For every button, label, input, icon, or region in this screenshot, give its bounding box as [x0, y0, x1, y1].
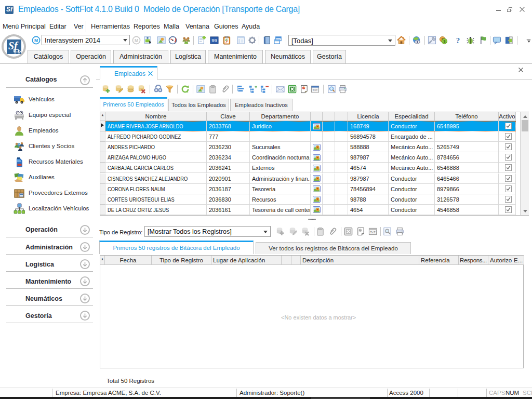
svg-text:M: M: [135, 38, 138, 43]
svg-text:M: M: [34, 38, 38, 43]
svg-text:$: $: [443, 39, 445, 44]
svg-text:TxT: TxT: [370, 231, 376, 234]
svg-text:99: 99: [211, 37, 217, 43]
svg-text:?: ?: [456, 36, 460, 45]
svg-text:TxT: TxT: [312, 88, 318, 91]
